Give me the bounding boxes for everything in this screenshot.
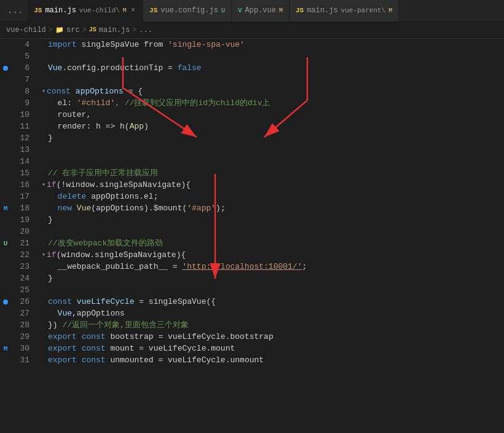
code-line: new Vue(appOptions).$mount('#app');: [42, 202, 504, 214]
line-number: 16: [11, 179, 30, 191]
vue-icon: V: [238, 7, 242, 14]
line-number: 5: [11, 50, 30, 62]
line-number: 14: [11, 156, 30, 167]
line-number: 22: [11, 249, 30, 261]
modified-indicator: M: [4, 345, 8, 352]
line-number: 28: [11, 319, 30, 331]
code-line: }: [42, 132, 504, 144]
line-number: 29: [11, 331, 30, 343]
code-line: export const mount = vueLifeCycle.mount: [42, 343, 504, 354]
gutter-item: [0, 296, 11, 308]
code-line: el: '#child', //挂载到父应用中的id为child的div上: [42, 97, 504, 109]
line-number: 11: [11, 121, 30, 132]
code-line: [42, 284, 504, 296]
gutter-item: [0, 226, 11, 237]
tab-label-4: main.js: [307, 6, 337, 15]
tab-sublabel-2: vue-parent\: [341, 7, 386, 14]
tab-overflow[interactable]: ...: [2, 6, 28, 15]
tab-sublabel: vue-child\: [79, 7, 120, 14]
file-js-icon: JS: [89, 26, 96, 33]
line-number: 24: [11, 272, 30, 284]
code-content[interactable]: import singleSpaVue from 'single-spa-vue…: [36, 39, 504, 433]
tab-u-badge: U: [221, 7, 225, 14]
breadcrumb-part-3[interactable]: main.js: [99, 26, 130, 34]
gutter-item: [0, 74, 11, 85]
code-line: ▾const appOptions = {: [42, 85, 504, 97]
line-number: 26: [11, 296, 30, 308]
gutter-item: [0, 62, 11, 74]
line-number: 21: [11, 237, 30, 249]
tab-vue-config[interactable]: JS vue.config.js U: [143, 0, 232, 22]
gutter-item: [0, 109, 11, 121]
breadcrumb-sep-3: >: [132, 26, 136, 34]
untracked-indicator: U: [4, 240, 8, 247]
gutter-item: [0, 191, 11, 202]
gutter-item: [0, 144, 11, 156]
line-number: 12: [11, 132, 30, 144]
tab-close-button[interactable]: ×: [130, 6, 136, 15]
tab-main-parent[interactable]: JS main.js vue-parent\ M: [289, 0, 399, 22]
tab-app-vue[interactable]: V App.vue M: [232, 0, 289, 22]
code-line: [42, 144, 504, 156]
code-line: [42, 156, 504, 167]
line-number: 19: [11, 214, 30, 226]
line-number: 7: [11, 74, 30, 85]
gutter-item: [0, 97, 11, 109]
gutter-item: [0, 272, 11, 284]
code-line: Vue.config.productionTip = false: [42, 62, 504, 74]
line-number: 4: [11, 39, 30, 50]
tab-main-child[interactable]: JS main.js vue-child\ M ×: [28, 0, 143, 22]
code-line: export const bootstrap = vueLifeCycle.bo…: [42, 331, 504, 343]
line-number: 10: [11, 109, 30, 121]
code-line: [42, 50, 504, 62]
gutter-item: [0, 121, 11, 132]
js-icon: JS: [34, 7, 42, 14]
line-number: 30: [11, 343, 30, 354]
line-number: 27: [11, 308, 30, 319]
tab-label-3: App.vue: [245, 6, 276, 15]
breadcrumb-part-2[interactable]: src: [66, 26, 80, 34]
tab-modified-badge-2: M: [279, 7, 283, 14]
gutter-item: [0, 50, 11, 62]
fold-arrow-icon[interactable]: ▾: [42, 85, 45, 97]
gutter-item: M: [0, 202, 11, 214]
editor-area: MUM 456789101112131415161718192021222324…: [0, 39, 504, 433]
code-line: Vue,appOptions: [42, 308, 504, 319]
js-icon-2: JS: [149, 7, 157, 14]
gutter-item: [0, 261, 11, 272]
gutter-item: [0, 156, 11, 167]
code-line: [42, 74, 504, 85]
gutter-item: [0, 214, 11, 226]
line-number: 31: [11, 354, 30, 366]
gutter-item: [0, 85, 11, 97]
tab-modified-badge-3: M: [388, 7, 392, 14]
code-line: ▾if(!window.singleSpaNavigate){: [42, 179, 504, 191]
fold-arrow-icon[interactable]: ▾: [42, 179, 45, 191]
tab-label: main.js: [45, 6, 76, 15]
code-line: }: [42, 272, 504, 284]
breadcrumb-part-4: ...: [139, 26, 152, 34]
code-line: //改变webpack加载文件的路劲: [42, 237, 504, 249]
breakpoint-dot: [3, 66, 8, 71]
src-folder-icon: 📁: [55, 26, 64, 34]
gutter-item: [0, 354, 11, 366]
tab-modified-badge: M: [123, 7, 127, 14]
code-line: __webpack_public_path__ = 'http://localh…: [42, 261, 504, 272]
js-icon-3: JS: [296, 7, 304, 14]
code-line: }: [42, 214, 504, 226]
gutter-item: [0, 331, 11, 343]
line-number: 6: [11, 62, 30, 74]
tab-bar: ... JS main.js vue-child\ M × JS vue.con…: [0, 0, 504, 22]
breakpoint-dot: [3, 300, 8, 304]
code-line: [42, 226, 504, 237]
tab-label-2: vue.config.js: [160, 6, 218, 15]
breadcrumb-part-1[interactable]: vue-child: [6, 26, 46, 34]
code-line: const vueLifeCycle = singleSpaVue({: [42, 296, 504, 308]
line-numbers: 4567891011121314151617181920212223242526…: [11, 39, 36, 433]
gutter-item: [0, 319, 11, 331]
line-number: 8: [11, 85, 30, 97]
gutter-item: [0, 308, 11, 319]
fold-arrow-icon[interactable]: ▾: [42, 249, 45, 261]
code-line: }) //返回一个对象,里面包含三个对象: [42, 319, 504, 331]
gutter-item: M: [0, 343, 11, 354]
